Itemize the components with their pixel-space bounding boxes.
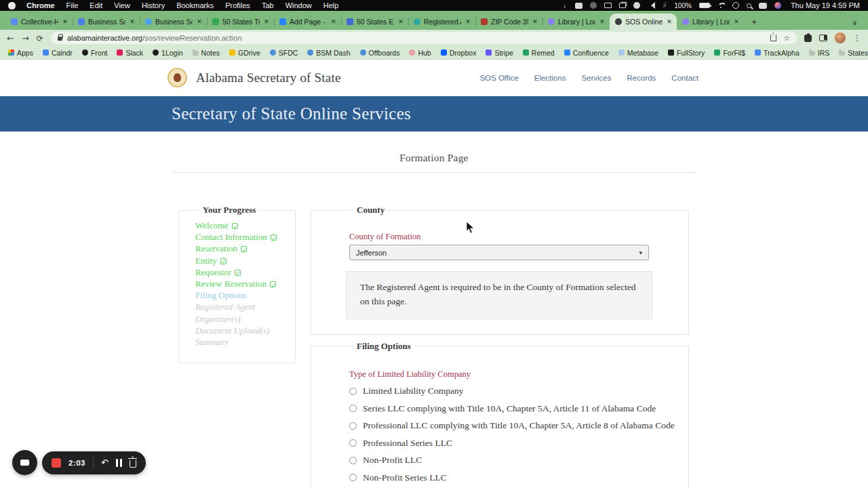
tab-close-icon[interactable] xyxy=(263,18,270,25)
tab-add-page-alabama[interactable]: Add Page - Alaba xyxy=(274,14,341,30)
tab-search-chevron-icon[interactable] xyxy=(852,19,857,26)
radio-icon[interactable] xyxy=(349,388,357,395)
tab-close-icon[interactable] xyxy=(532,18,538,25)
bookmark-confluence[interactable]: Confluence xyxy=(564,49,609,57)
option-nonprofit-series-llc[interactable]: Non-Profit Series LLC xyxy=(349,472,688,483)
county-select[interactable]: Jefferson xyxy=(349,245,649,260)
bookmark-fullstory[interactable]: FullStory xyxy=(668,49,705,57)
stop-recording-button[interactable] xyxy=(52,458,61,468)
radio-icon[interactable] xyxy=(349,457,357,464)
option-series-llc[interactable]: Series LLC complying with Title 10A, Cha… xyxy=(349,403,688,414)
bookmark-stripe[interactable]: Stripe xyxy=(486,49,513,57)
user-switch-icon[interactable] xyxy=(759,3,767,9)
tab-close-icon[interactable] xyxy=(62,18,68,25)
tab-business-solutions-2[interactable]: Business Solutio xyxy=(140,14,207,30)
menubar-clock[interactable]: Thu May 19 4:59 PM xyxy=(791,1,860,9)
menu-chrome[interactable]: Chrome xyxy=(26,1,55,9)
option-professional-llc[interactable]: Professional LLC complying with Title 10… xyxy=(349,420,688,431)
bookmark-front[interactable]: Front xyxy=(82,49,108,57)
radio-icon[interactable] xyxy=(349,474,357,481)
bookmark-gdrive[interactable]: GDrive xyxy=(229,49,260,57)
tab-registered-agent[interactable]: Registered Agen xyxy=(408,14,475,30)
display-icon[interactable] xyxy=(604,3,612,8)
tab-library-loom-1[interactable]: Library | Loom xyxy=(542,14,610,30)
loom-menubar-icon[interactable] xyxy=(575,3,583,9)
tab-close-icon[interactable] xyxy=(397,18,404,25)
menu-bookmarks[interactable]: Bookmarks xyxy=(176,1,214,9)
bookmark-hub[interactable]: Hub xyxy=(409,49,431,57)
menu-file[interactable]: File xyxy=(66,1,79,9)
bookmark-remed[interactable]: Remed xyxy=(523,49,555,57)
trash-icon[interactable] xyxy=(130,460,136,468)
tab-close-icon[interactable] xyxy=(666,18,673,25)
siri-icon[interactable] xyxy=(774,2,781,9)
extensions-icon[interactable] xyxy=(804,35,812,42)
download-icon[interactable]: ↓ xyxy=(563,3,568,9)
bookmark-dropbox[interactable]: Dropbox xyxy=(441,49,477,57)
tab-close-icon[interactable] xyxy=(129,18,136,25)
loom-camera-button[interactable] xyxy=(12,450,37,475)
bookmark-forfils[interactable]: ForFil$ xyxy=(714,49,745,57)
volume-icon[interactable] xyxy=(648,2,655,9)
battery-icon[interactable] xyxy=(699,3,710,8)
bookmark-1login[interactable]: 1Login xyxy=(153,49,183,57)
bookmark-trackalpha[interactable]: TrackAlpha xyxy=(755,49,800,57)
tab-sos-online-services-active[interactable]: SOS Online Serv xyxy=(610,14,677,30)
record-icon[interactable] xyxy=(633,2,640,9)
bookmark-offboards[interactable]: Offboards xyxy=(360,49,400,57)
option-llc[interactable]: Limited Liability Company xyxy=(349,386,688,396)
nav-services[interactable]: Services xyxy=(581,74,611,82)
tab-collective-hub[interactable]: Collective-Hub - xyxy=(5,14,73,30)
bookmark-star-icon[interactable] xyxy=(783,34,790,43)
tab-50-states-expansion[interactable]: 50 States Expan xyxy=(341,14,408,30)
nav-elections[interactable]: Elections xyxy=(534,74,566,82)
menu-history[interactable]: History xyxy=(142,1,165,9)
camera-icon[interactable] xyxy=(590,2,597,9)
radio-icon[interactable] xyxy=(349,439,357,447)
bookmark-apps[interactable]: Apps xyxy=(8,49,33,57)
tab-library-loom-2[interactable]: Library | Loom xyxy=(677,14,744,30)
tab-close-icon[interactable] xyxy=(465,18,471,25)
option-professional-series-llc[interactable]: Professional Series LLC xyxy=(349,438,688,449)
wifi-icon[interactable] xyxy=(717,3,725,8)
bookmark-slack[interactable]: Slack xyxy=(117,49,143,57)
back-button[interactable] xyxy=(7,34,14,43)
reload-button[interactable] xyxy=(37,34,43,43)
nav-contact[interactable]: Contact xyxy=(671,74,698,82)
bluetooth-icon[interactable]: ᛲ xyxy=(663,2,667,9)
tab-50-states-tracker[interactable]: 50 States Tracke xyxy=(207,14,274,30)
radio-icon[interactable] xyxy=(349,405,357,412)
bookmark-metabase[interactable]: Metabase xyxy=(618,49,658,57)
share-icon[interactable] xyxy=(770,35,776,41)
pause-icon[interactable] xyxy=(116,459,122,467)
menu-help[interactable]: Help xyxy=(323,1,339,9)
search-icon[interactable] xyxy=(747,3,751,8)
option-nonprofit-llc[interactable]: Non-Profit LLC xyxy=(349,455,688,466)
bookmark-calndr[interactable]: Calndr xyxy=(43,49,73,57)
apple-logo-icon[interactable] xyxy=(8,2,16,9)
menu-edit[interactable]: Edit xyxy=(90,1,102,9)
tab-close-icon[interactable] xyxy=(330,18,337,25)
browser-menu-icon[interactable] xyxy=(853,33,861,43)
menu-tab[interactable]: Tab xyxy=(262,1,274,9)
bookmark-states[interactable]: States xyxy=(839,49,868,57)
new-tab-button[interactable] xyxy=(747,14,762,29)
bookmark-irs[interactable]: IRS xyxy=(809,49,830,57)
bookmark-sfdc[interactable]: SFDC xyxy=(270,49,298,57)
bookmark-bsm-dash[interactable]: BSM Dash xyxy=(307,49,350,57)
menu-view[interactable]: View xyxy=(114,1,130,9)
bookmark-notes[interactable]: Notes xyxy=(193,49,220,57)
nav-records[interactable]: Records xyxy=(627,74,656,82)
tab-close-icon[interactable] xyxy=(599,18,606,25)
side-panel-icon[interactable] xyxy=(819,35,827,41)
clock-app-icon[interactable] xyxy=(732,2,739,9)
restart-recording-icon[interactable] xyxy=(101,458,108,467)
profile-avatar[interactable] xyxy=(835,33,846,43)
radio-icon[interactable] xyxy=(349,422,357,430)
tab-close-icon[interactable] xyxy=(196,18,203,25)
window-stack-icon[interactable] xyxy=(619,3,626,8)
forward-button[interactable] xyxy=(22,34,29,43)
tab-zip-code[interactable]: ZIP Code 35235 xyxy=(475,14,542,30)
menu-window[interactable]: Window xyxy=(285,1,312,9)
lock-icon[interactable] xyxy=(58,37,62,41)
